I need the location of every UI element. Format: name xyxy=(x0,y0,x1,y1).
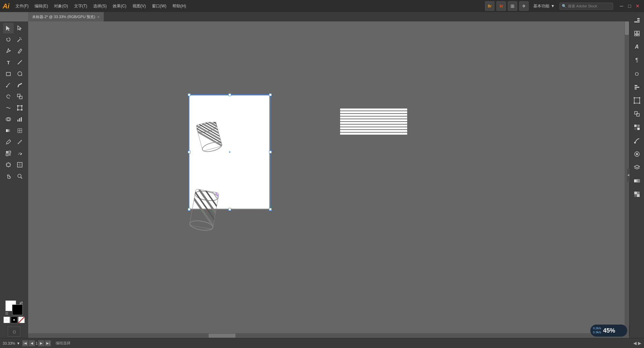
mesh-tool[interactable] xyxy=(14,125,25,136)
selection-tools-row xyxy=(3,23,25,33)
slice-tool[interactable] xyxy=(14,159,25,170)
close-button[interactable]: ✕ xyxy=(634,2,641,10)
svg-rect-56 xyxy=(635,34,637,36)
next-page-button[interactable]: ▶ xyxy=(38,340,44,346)
canvas-area[interactable]: ↻ xyxy=(28,21,629,338)
stroke-swatch[interactable] xyxy=(12,304,23,315)
menu-text[interactable]: 文字(T) xyxy=(71,2,90,10)
svg-rect-105 xyxy=(340,114,407,116)
none-mode-button[interactable] xyxy=(18,317,25,323)
svg-rect-76 xyxy=(634,192,637,194)
pen-tool[interactable] xyxy=(3,46,14,56)
line-tool[interactable] xyxy=(14,57,25,68)
reset-colors-icon[interactable]: ⊡ xyxy=(5,311,8,315)
right-panel: A ¶ O xyxy=(629,12,644,338)
document-tab[interactable]: 未标题-2* @ 33.33% (RGB/GPU 预览) × xyxy=(28,12,104,21)
rectangle-tool[interactable] xyxy=(3,68,14,79)
opentype-panel-button[interactable]: O xyxy=(631,68,643,80)
bridge-button[interactable]: Br xyxy=(485,1,494,11)
extra-tools[interactable]: ◻ xyxy=(8,327,20,337)
svg-rect-79 xyxy=(637,194,640,197)
paragraph-panel-button[interactable]: ¶ xyxy=(631,54,643,66)
selection-tool[interactable] xyxy=(3,23,14,33)
eyedropper-tool[interactable] xyxy=(3,137,14,147)
tab-close-button[interactable]: × xyxy=(97,14,100,19)
artboard-tool[interactable] xyxy=(3,159,14,170)
svg-line-5 xyxy=(18,60,22,64)
prev-page-button[interactable]: ◀ xyxy=(29,340,35,346)
shape-builder-tool[interactable] xyxy=(3,114,14,125)
transform-panel-button[interactable] xyxy=(631,94,643,107)
svg-rect-75 xyxy=(634,180,640,182)
swatches-panel-button[interactable] xyxy=(631,121,643,133)
vertical-scrollbar-thumb[interactable] xyxy=(625,21,629,35)
libraries-panel-button[interactable] xyxy=(631,27,643,40)
workspace-label[interactable]: 基本功能 ▼ xyxy=(533,3,555,9)
first-page-button[interactable]: |◀ xyxy=(22,340,28,346)
svg-rect-69 xyxy=(637,125,640,127)
rotate-tool[interactable] xyxy=(3,91,14,102)
hand-tool[interactable] xyxy=(3,171,14,182)
paintbrush-tool[interactable] xyxy=(3,80,14,90)
gradient-tool[interactable] xyxy=(3,125,14,136)
text-tool[interactable]: T xyxy=(3,57,14,68)
menu-help[interactable]: 帮助(H) xyxy=(170,2,189,10)
free-transform-tool[interactable] xyxy=(14,102,25,113)
warp-tool[interactable] xyxy=(3,102,14,113)
svg-rect-57 xyxy=(637,34,639,36)
minimize-button[interactable]: ─ xyxy=(618,2,625,10)
gpu-percent: 45% xyxy=(603,327,615,334)
scale-tool[interactable] xyxy=(14,91,25,102)
direct-selection-tool[interactable] xyxy=(14,23,25,33)
menu-window[interactable]: 窗口(W) xyxy=(149,2,169,10)
maximize-button[interactable]: □ xyxy=(626,2,633,10)
panels-button[interactable]: ⊞ xyxy=(508,1,517,11)
svg-point-9 xyxy=(6,86,7,87)
gradient-panel-button[interactable] xyxy=(631,175,643,187)
black-mode-button[interactable]: ■ xyxy=(11,317,17,323)
horizontal-scrollbar[interactable] xyxy=(28,333,629,338)
pencil-tool[interactable] xyxy=(14,46,25,56)
spray-tool[interactable] xyxy=(14,148,25,159)
zoom-dropdown-arrow[interactable]: ▼ xyxy=(16,341,20,345)
horizontal-scrollbar-thumb[interactable] xyxy=(209,334,235,338)
last-page-button[interactable]: ▶| xyxy=(45,340,51,346)
bottom-arrows: ◀ ▶ xyxy=(633,341,641,346)
lasso-tool[interactable] xyxy=(3,34,14,45)
rotation-handle-top[interactable]: ↻ xyxy=(227,90,232,95)
character-panel-button[interactable]: A xyxy=(631,41,643,53)
menu-select[interactable]: 选择(S) xyxy=(91,2,109,10)
menu-file[interactable]: 文件(F) xyxy=(13,2,31,10)
appearance-panel-button[interactable] xyxy=(631,148,643,160)
magic-wand-tool[interactable] xyxy=(14,34,25,45)
stock-button[interactable]: St xyxy=(496,1,506,11)
pathfinder-panel-button[interactable] xyxy=(631,108,643,120)
stock-search[interactable]: 🔍 搜索 Adobe Stock xyxy=(559,3,613,10)
zoom-tool[interactable] xyxy=(14,171,25,182)
layers-panel-button[interactable] xyxy=(631,161,643,173)
ellipse-tool[interactable] xyxy=(14,68,25,79)
brushes-panel-button[interactable] xyxy=(631,135,643,147)
transparency-panel-button[interactable] xyxy=(631,188,643,200)
menu-object[interactable]: 对象(O) xyxy=(51,2,70,10)
svg-rect-32 xyxy=(6,151,8,153)
color-mode-button[interactable]: C xyxy=(3,317,10,323)
swap-colors-icon[interactable]: ⇄ xyxy=(19,300,23,305)
blob-brush-tool[interactable] xyxy=(14,80,25,90)
svg-point-62 xyxy=(634,97,635,98)
scroll-left-button[interactable]: ◀ xyxy=(633,341,637,346)
send-button[interactable]: ✈ xyxy=(519,1,529,11)
menu-effect[interactable]: 效果(C) xyxy=(110,2,129,10)
right-panel-collapse[interactable] xyxy=(627,168,630,182)
live-paint-tools-row xyxy=(3,148,25,159)
menu-view[interactable]: 视图(V) xyxy=(130,2,149,10)
measure-tool[interactable] xyxy=(14,137,25,147)
align-panel-button[interactable] xyxy=(631,81,643,93)
scroll-right-button[interactable]: ▶ xyxy=(638,341,641,346)
zoom-display: 33.33% ▼ xyxy=(3,341,20,345)
live-paint-tool[interactable] xyxy=(3,148,14,159)
graph-tool[interactable] xyxy=(14,114,25,125)
path-tools-row xyxy=(3,80,25,90)
svg-rect-45 xyxy=(17,162,22,167)
menu-edit[interactable]: 编辑(E) xyxy=(32,2,51,10)
